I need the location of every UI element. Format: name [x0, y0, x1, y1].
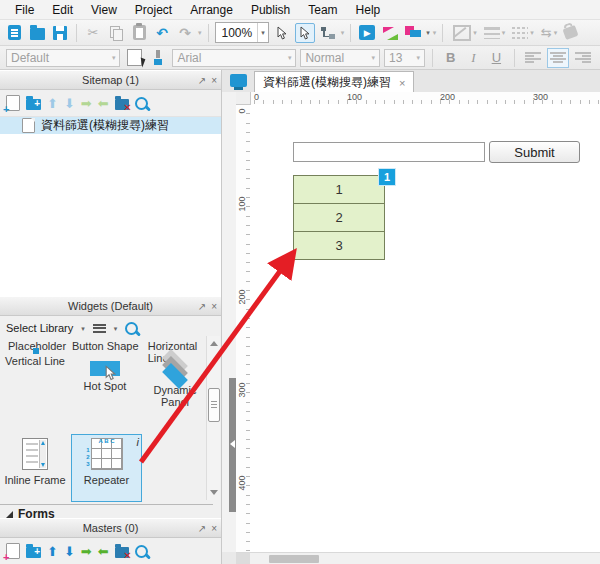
widget-dynamic-panel[interactable]: Dynamic Panel [140, 348, 210, 408]
overflow-chevron-icon[interactable]: ▾ [341, 29, 345, 36]
close-icon[interactable]: × [211, 75, 217, 86]
align-left-button[interactable] [522, 48, 543, 68]
line-style-button[interactable]: ▾ [512, 27, 534, 39]
search-icon[interactable] [135, 545, 148, 558]
close-icon[interactable]: × [211, 301, 217, 312]
menu-publish[interactable]: Publish [242, 1, 299, 19]
align-center-button[interactable] [547, 48, 568, 68]
menu-help[interactable]: Help [347, 1, 390, 19]
canvas-repeater-widget[interactable]: 1 2 3 [293, 175, 385, 260]
scroll-up-icon[interactable] [210, 341, 218, 346]
search-icon[interactable] [135, 97, 148, 110]
zoom-value: 100% [222, 26, 253, 40]
repeater-row[interactable]: 3 [294, 232, 384, 259]
fill-color-button[interactable] [564, 27, 577, 38]
copy-button[interactable] [106, 23, 126, 43]
search-icon[interactable] [125, 322, 138, 335]
delete-master-icon[interactable] [115, 547, 129, 558]
border-style-button[interactable]: ▾ [453, 25, 477, 41]
publish-button[interactable] [403, 23, 423, 43]
new-file-button[interactable] [4, 23, 24, 43]
select-contained-button[interactable] [295, 23, 315, 43]
widget-hot-spot[interactable]: Hot Spot [70, 351, 140, 392]
apply-format-button[interactable] [148, 48, 168, 68]
outdent-icon[interactable]: ⬅ [98, 97, 109, 110]
repeater-row[interactable]: 2 [294, 204, 384, 232]
font-combo[interactable]: Arial ▾ [172, 49, 296, 67]
menu-view[interactable]: View [82, 1, 126, 19]
canvas-text-field[interactable] [293, 142, 485, 162]
menu-project[interactable]: Project [126, 1, 181, 19]
canvas-horizontal-scrollbar[interactable] [236, 552, 600, 564]
add-folder-icon[interactable] [26, 99, 41, 110]
scrollbar-thumb[interactable] [269, 555, 319, 563]
cut-icon: ✂ [88, 26, 99, 39]
menu-file[interactable]: File [6, 1, 43, 19]
indent-icon[interactable]: ➡ [81, 97, 92, 110]
widget-inline-frame[interactable]: Inline Frame [0, 436, 70, 486]
select-intersected-button[interactable] [272, 23, 292, 43]
info-icon[interactable]: i [137, 436, 139, 448]
font-size-combo[interactable]: 13 ▾ [384, 49, 425, 67]
line-weight-button[interactable]: ▾ [484, 27, 506, 39]
share-button[interactable] [380, 23, 400, 43]
select-library-dropdown[interactable]: Select Library [6, 322, 73, 334]
widget-vertical-line[interactable]: Vertical Line [0, 351, 70, 367]
tab-close-icon[interactable]: × [399, 77, 405, 89]
menu-team[interactable]: Team [299, 1, 346, 19]
move-up-icon[interactable]: ⬆ [47, 97, 58, 110]
open-button[interactable] [27, 23, 47, 43]
indent-icon[interactable]: ➡ [81, 545, 92, 558]
paste-button[interactable] [129, 23, 149, 43]
add-folder-icon[interactable] [26, 547, 41, 558]
style-combo[interactable]: Default ▾ [6, 49, 120, 67]
undock-icon[interactable]: ↗ [198, 301, 206, 312]
chevron-down-icon: ▾ [416, 54, 420, 61]
underline-button[interactable]: U [486, 49, 507, 66]
repeater-row[interactable]: 1 [294, 176, 384, 204]
widgets-library-bar: Select Library ▾ ▾ [0, 316, 221, 340]
tab-active-page[interactable]: 資料篩選(模糊搜尋)練習 × [254, 71, 414, 93]
font-weight-combo[interactable]: Normal ▾ [300, 49, 380, 67]
publish-chevron-icon[interactable]: ▾ [426, 29, 430, 36]
zoom-select[interactable]: 100% ▾ [215, 22, 269, 43]
sitemap-panel: Sitemap (1) ↗ × ⬆ ⬇ ➡ ⬅ 資料篩選(模糊搜尋)練習 [0, 70, 222, 296]
sitemap-page-item[interactable]: 資料篩選(模糊搜尋)練習 [0, 117, 221, 134]
menu-edit[interactable]: Edit [43, 1, 82, 19]
undock-icon[interactable]: ↗ [198, 75, 206, 86]
add-master-icon[interactable] [6, 543, 20, 559]
cut-button[interactable]: ✂ [83, 23, 103, 43]
move-down-icon[interactable]: ⬇ [64, 545, 75, 558]
outdent-icon[interactable]: ⬅ [98, 545, 109, 558]
move-up-icon[interactable]: ⬆ [47, 545, 58, 558]
inline-frame-icon [22, 438, 48, 470]
panel-splitter[interactable] [222, 92, 237, 552]
delete-page-icon[interactable] [115, 99, 129, 110]
tab-label: 資料篩選(模糊搜尋)練習 [263, 74, 391, 91]
bold-button[interactable]: B [440, 49, 461, 66]
design-canvas[interactable] [250, 104, 600, 552]
italic-button[interactable]: I [465, 49, 481, 67]
menu-arrange[interactable]: Arrange [181, 1, 242, 19]
save-button[interactable] [50, 23, 70, 43]
scrollbar-thumb[interactable] [208, 388, 220, 422]
library-options-icon[interactable] [93, 324, 106, 333]
align-right-button[interactable] [573, 48, 594, 68]
move-down-icon[interactable]: ⬇ [64, 97, 75, 110]
overflow-chevron-icon[interactable]: ▾ [198, 29, 202, 36]
splitter-collapse-handle[interactable] [229, 378, 236, 512]
arrow-style-button[interactable]: ⇆▾ [541, 26, 557, 39]
canvas-submit-button[interactable]: Submit [489, 141, 580, 163]
preview-button[interactable]: ▶ [357, 23, 377, 43]
undo-button[interactable]: ↶ [152, 23, 172, 43]
widgets-scrollbar[interactable] [206, 336, 220, 500]
close-icon[interactable]: × [211, 523, 217, 534]
connector-mode-button[interactable] [318, 23, 338, 43]
undock-icon[interactable]: ↗ [198, 523, 206, 534]
overflow-chevron-icon[interactable]: ▾ [433, 29, 437, 36]
widget-repeater[interactable]: i A B C 1 2 3 Repeater [71, 436, 142, 486]
scroll-down-icon[interactable] [210, 490, 218, 495]
add-page-icon[interactable] [6, 95, 20, 111]
redo-button[interactable]: ↷ [175, 23, 195, 43]
copy-format-button[interactable] [124, 48, 144, 68]
